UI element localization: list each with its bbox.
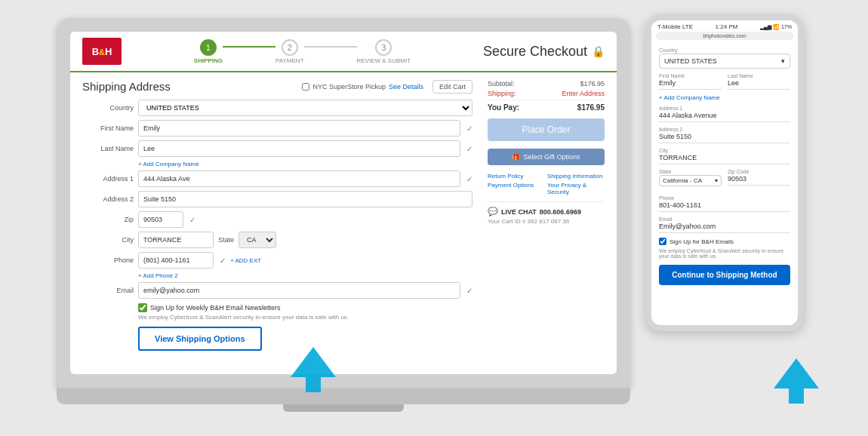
email-checkmark: ✓	[466, 287, 472, 295]
phone-row: Phone ✓ + ADD EXT	[82, 252, 472, 269]
add-phone-link[interactable]: + Add Phone 2	[138, 272, 472, 279]
phone-firstname-value: Emily	[659, 79, 722, 90]
secure-checkout-title: Secure Checkout 🔒	[483, 44, 605, 60]
gift-icon: 🎁	[512, 153, 520, 161]
step-line-2-3	[304, 46, 357, 48]
shipping-address-title: Shipping Address	[82, 80, 171, 93]
phone-state-value: California - CA	[663, 177, 702, 184]
phone-city-group: City TORRANCE	[659, 148, 790, 164]
address2-label: Address 2	[82, 195, 134, 203]
cart-id: Your Cart ID # 362 817 087 36	[488, 218, 605, 225]
phone-device: T-Mobile LTE 1:24 PM ▂▄▆ 📶 17% bhphotovi…	[645, 14, 804, 331]
phone-zip-label: Zip Code	[728, 169, 790, 174]
address2-input[interactable]	[138, 191, 472, 207]
country-label: Country	[82, 104, 134, 112]
laptop-mockup: B&H 1 SHIPPING 2 PAYMENT 3 REVIEW	[57, 18, 630, 418]
shipping-row: Shipping: Enter Address	[488, 90, 605, 97]
state-select[interactable]: CA	[239, 232, 276, 248]
youpay-value: $176.95	[577, 103, 605, 112]
phone-form-content: Country UNITED STATES ▾ First Name Emily…	[651, 43, 798, 312]
step-2-circle: 2	[282, 39, 298, 56]
phone-phone-group: Phone 801-400-1161	[659, 195, 790, 212]
view-shipping-button[interactable]: View Shipping Options	[138, 327, 262, 351]
select-gift-button[interactable]: 🎁 Select Gift Options	[488, 149, 605, 165]
state-label: State	[218, 236, 234, 244]
phone-firstname-label: First Name	[659, 73, 722, 78]
lastname-checkmark: ✓	[466, 145, 472, 153]
phone-state-group: State California - CA ▾	[659, 169, 722, 191]
state-chevron-icon: ▾	[715, 177, 718, 184]
chevron-down-icon: ▾	[781, 57, 785, 65]
chat-icon: 💬	[488, 207, 498, 216]
pickup-checkbox[interactable]	[302, 83, 309, 91]
firstname-checkmark: ✓	[466, 124, 472, 133]
return-policy-link[interactable]: Return Policy	[488, 173, 545, 180]
phone-address2-value: Suite 5150	[659, 133, 790, 143]
battery-text: 17%	[781, 24, 792, 29]
see-details-link[interactable]: See Details	[389, 83, 423, 91]
address1-input[interactable]	[138, 170, 460, 187]
phone-state-select[interactable]: California - CA ▾	[659, 175, 722, 186]
phone-time: 1:24 PM	[716, 23, 738, 30]
steps-nav: 1 SHIPPING 2 PAYMENT 3 REVIEW & SUBMIT	[194, 39, 411, 64]
summary-links: Return Policy Shipping Information Payme…	[488, 173, 605, 195]
phone-email-label: Email	[659, 216, 790, 222]
zip-input[interactable]	[138, 211, 183, 228]
phone-phone-label: Phone	[659, 195, 790, 201]
phone-email-value: Emily@yahoo.com	[659, 223, 790, 233]
phone-country-select[interactable]: UNITED STATES ▾	[659, 54, 790, 69]
bh-logo: B&H	[82, 38, 122, 65]
privacy-link[interactable]: Your Privacy & Security	[547, 182, 605, 195]
country-select[interactable]: UNITED STATES	[138, 100, 472, 116]
pickup-row: NYC SuperStore Pickup See Details	[302, 83, 423, 91]
email-label: Email	[82, 287, 134, 294]
phone-country-label: Country	[659, 48, 790, 53]
add-ext-link[interactable]: + ADD EXT	[230, 257, 261, 264]
signal-icon: ▂▄▆	[760, 24, 771, 30]
zip-checkmark: ✓	[189, 216, 195, 224]
phone-email-group: Email Emily@yahoo.com	[659, 216, 790, 233]
address1-row: Address 1 ✓	[82, 170, 472, 187]
place-order-button[interactable]: Place Order	[488, 118, 605, 141]
firstname-input[interactable]	[138, 120, 460, 137]
phone-url-bar[interactable]: bhphotovideo.com	[656, 32, 793, 40]
newsletter-checkbox[interactable]	[138, 303, 147, 312]
city-state-row: City State CA	[82, 232, 472, 248]
youpay-row: You Pay: $176.95	[488, 100, 605, 112]
city-label: City	[82, 236, 134, 244]
lock-icon: 🔒	[592, 45, 605, 57]
continue-shipping-button[interactable]: Continue to Shipping Method	[659, 265, 790, 285]
newsletter-row: Sign Up for Weekly B&H Email Newsletters	[138, 303, 472, 312]
phone-address1-group: Address 1 444 Alaska Avenue	[659, 106, 790, 122]
phone-firstname-group: First Name Emily	[659, 73, 722, 90]
phone-add-company-link[interactable]: + Add Company Name	[659, 94, 790, 101]
phone-zip-group: Zip Code 90503	[728, 169, 790, 191]
payment-options-link[interactable]: Payment Options	[488, 182, 545, 195]
phone-input[interactable]	[138, 252, 214, 269]
city-input[interactable]	[138, 232, 214, 248]
shipping-info-link[interactable]: Shipping Information	[547, 173, 605, 180]
laptop-base	[57, 388, 630, 404]
email-row: Email ✓	[82, 282, 472, 299]
newsletter-label: Sign Up for Weekly B&H Email Newsletters	[150, 304, 280, 312]
phone-arrow-indicator	[774, 358, 819, 407]
add-company-link[interactable]: + Add Company Name	[138, 161, 472, 167]
subtotal-label: Subtotal:	[488, 80, 515, 88]
email-input[interactable]	[138, 282, 460, 299]
phone-newsletter-checkbox[interactable]	[659, 238, 666, 245]
phone-city-label: City	[659, 148, 790, 153]
phone-checkmark: ✓	[220, 256, 226, 265]
phone-state-label: State	[659, 169, 722, 174]
step-3-circle: 3	[375, 39, 392, 56]
phone-address1-value: 444 Alaska Avenue	[659, 112, 790, 122]
phone-address2-group: Address 2 Suite 5150	[659, 127, 790, 143]
phone-country-value: UNITED STATES	[664, 57, 717, 65]
step-3-review: 3 REVIEW & SUBMIT	[357, 39, 411, 64]
phone-lastname-label: Last Name	[728, 73, 790, 78]
lastname-input[interactable]	[138, 140, 460, 157]
zip-label: Zip	[82, 216, 134, 223]
chat-phone: 800.606.6969	[540, 208, 581, 216]
edit-cart-button[interactable]: Edit Cart	[432, 80, 472, 94]
step-1-shipping: 1 SHIPPING	[194, 39, 223, 64]
form-title-row: Shipping Address NYC SuperStore Pickup S…	[82, 80, 472, 94]
